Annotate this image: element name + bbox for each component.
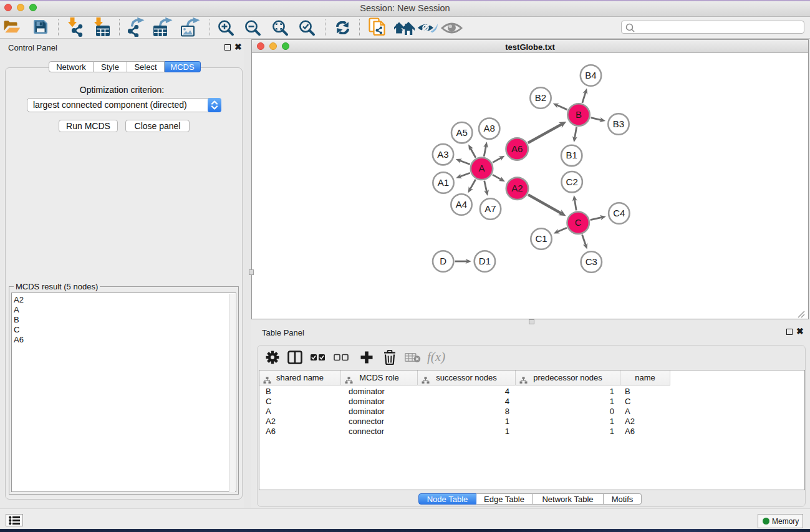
svg-text:B: B xyxy=(576,109,582,120)
svg-text:C1: C1 xyxy=(535,233,547,244)
svg-text:B1: B1 xyxy=(566,150,577,160)
svg-text:D1: D1 xyxy=(479,256,491,266)
svg-text:A3: A3 xyxy=(437,149,448,160)
svg-text:C: C xyxy=(575,217,582,228)
svg-text:B2: B2 xyxy=(535,92,546,103)
svg-text:A8: A8 xyxy=(484,123,495,133)
svg-text:B4: B4 xyxy=(585,70,596,80)
svg-text:C2: C2 xyxy=(566,177,578,187)
svg-text:A2: A2 xyxy=(511,183,523,193)
svg-text:A1: A1 xyxy=(438,177,449,188)
svg-text:A6: A6 xyxy=(511,143,523,154)
svg-text:C4: C4 xyxy=(613,208,625,218)
svg-text:A4: A4 xyxy=(456,199,467,210)
svg-text:A7: A7 xyxy=(485,203,496,214)
svg-text:A5: A5 xyxy=(456,127,468,138)
svg-text:B3: B3 xyxy=(613,118,624,129)
svg-text:D: D xyxy=(440,256,446,266)
svg-text:A: A xyxy=(478,163,485,173)
svg-text:C3: C3 xyxy=(586,256,597,267)
